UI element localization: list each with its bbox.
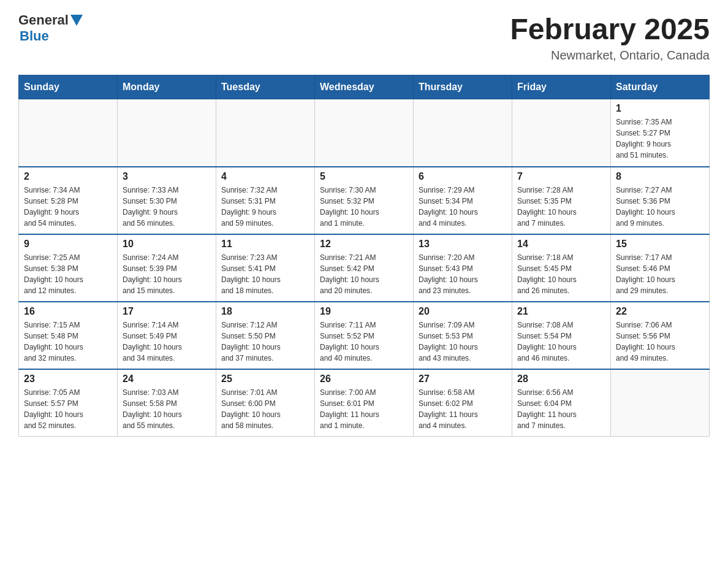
logo-blue-text: Blue	[20, 28, 49, 44]
day-number: 7	[517, 171, 605, 182]
day-info: Sunrise: 7:33 AM Sunset: 5:30 PM Dayligh…	[123, 185, 211, 229]
page-header: General Blue February 2025 Newmarket, On…	[18, 12, 710, 63]
day-number: 21	[517, 306, 605, 317]
day-info: Sunrise: 7:23 AM Sunset: 5:41 PM Dayligh…	[221, 252, 309, 296]
calendar-week-row: 2Sunrise: 7:34 AM Sunset: 5:28 PM Daylig…	[19, 167, 710, 234]
day-number: 23	[24, 373, 112, 385]
svg-marker-0	[70, 15, 83, 26]
day-number: 18	[221, 306, 309, 317]
calendar-cell: 18Sunrise: 7:12 AM Sunset: 5:50 PM Dayli…	[216, 302, 315, 369]
day-number: 6	[419, 171, 507, 182]
calendar-cell: 13Sunrise: 7:20 AM Sunset: 5:43 PM Dayli…	[414, 234, 512, 302]
day-info: Sunrise: 7:18 AM Sunset: 5:45 PM Dayligh…	[517, 252, 605, 296]
day-info: Sunrise: 7:15 AM Sunset: 5:48 PM Dayligh…	[24, 320, 112, 364]
calendar-cell: 27Sunrise: 6:58 AM Sunset: 6:02 PM Dayli…	[414, 369, 512, 437]
calendar-week-row: 1Sunrise: 7:35 AM Sunset: 5:27 PM Daylig…	[19, 99, 710, 167]
day-number: 9	[24, 239, 112, 250]
calendar-cell: 2Sunrise: 7:34 AM Sunset: 5:28 PM Daylig…	[19, 167, 118, 234]
day-number: 4	[221, 171, 309, 182]
day-info: Sunrise: 7:25 AM Sunset: 5:38 PM Dayligh…	[24, 252, 112, 296]
day-info: Sunrise: 6:58 AM Sunset: 6:02 PM Dayligh…	[419, 387, 507, 431]
day-number: 16	[24, 306, 112, 317]
calendar-day-header: Tuesday	[216, 75, 315, 99]
day-info: Sunrise: 7:14 AM Sunset: 5:49 PM Dayligh…	[123, 320, 211, 364]
calendar-week-row: 9Sunrise: 7:25 AM Sunset: 5:38 PM Daylig…	[19, 234, 710, 302]
day-info: Sunrise: 7:21 AM Sunset: 5:42 PM Dayligh…	[320, 252, 408, 296]
calendar-cell	[611, 369, 710, 437]
calendar-cell	[216, 99, 315, 167]
calendar-cell: 19Sunrise: 7:11 AM Sunset: 5:52 PM Dayli…	[315, 302, 414, 369]
calendar-day-header: Saturday	[611, 75, 710, 99]
calendar-day-header: Sunday	[19, 75, 118, 99]
calendar-cell: 8Sunrise: 7:27 AM Sunset: 5:36 PM Daylig…	[611, 167, 710, 234]
location-text: Newmarket, Ontario, Canada	[510, 48, 710, 63]
calendar-cell	[118, 99, 216, 167]
calendar-cell	[19, 99, 118, 167]
logo-arrow-icon	[70, 15, 83, 27]
day-info: Sunrise: 7:20 AM Sunset: 5:43 PM Dayligh…	[419, 252, 507, 296]
day-info: Sunrise: 7:27 AM Sunset: 5:36 PM Dayligh…	[616, 185, 704, 229]
logo: General Blue	[18, 12, 83, 44]
day-number: 17	[123, 306, 211, 317]
day-number: 19	[320, 306, 408, 317]
calendar-cell: 20Sunrise: 7:09 AM Sunset: 5:53 PM Dayli…	[414, 302, 512, 369]
day-info: Sunrise: 7:28 AM Sunset: 5:35 PM Dayligh…	[517, 185, 605, 229]
day-number: 15	[616, 239, 704, 250]
day-number: 8	[616, 171, 704, 182]
calendar-cell: 10Sunrise: 7:24 AM Sunset: 5:39 PM Dayli…	[118, 234, 216, 302]
calendar-cell: 25Sunrise: 7:01 AM Sunset: 6:00 PM Dayli…	[216, 369, 315, 437]
calendar-cell	[414, 99, 512, 167]
calendar-cell: 6Sunrise: 7:29 AM Sunset: 5:34 PM Daylig…	[414, 167, 512, 234]
day-number: 11	[221, 239, 309, 250]
calendar-cell: 4Sunrise: 7:32 AM Sunset: 5:31 PM Daylig…	[216, 167, 315, 234]
calendar-cell: 9Sunrise: 7:25 AM Sunset: 5:38 PM Daylig…	[19, 234, 118, 302]
day-number: 2	[24, 171, 112, 182]
day-number: 25	[221, 373, 309, 385]
day-number: 27	[419, 373, 507, 385]
logo-general-text: General	[18, 12, 69, 28]
day-info: Sunrise: 7:11 AM Sunset: 5:52 PM Dayligh…	[320, 320, 408, 364]
calendar-cell	[512, 99, 611, 167]
calendar-cell: 21Sunrise: 7:08 AM Sunset: 5:54 PM Dayli…	[512, 302, 611, 369]
month-title: February 2025	[510, 12, 710, 46]
calendar-day-header: Friday	[512, 75, 611, 99]
day-info: Sunrise: 6:56 AM Sunset: 6:04 PM Dayligh…	[517, 387, 605, 431]
calendar-cell: 23Sunrise: 7:05 AM Sunset: 5:57 PM Dayli…	[19, 369, 118, 437]
day-info: Sunrise: 7:06 AM Sunset: 5:56 PM Dayligh…	[616, 320, 704, 364]
day-number: 3	[123, 171, 211, 182]
day-number: 5	[320, 171, 408, 182]
day-number: 20	[419, 306, 507, 317]
day-number: 12	[320, 239, 408, 250]
calendar-week-row: 23Sunrise: 7:05 AM Sunset: 5:57 PM Dayli…	[19, 369, 710, 437]
calendar-day-header: Thursday	[414, 75, 512, 99]
day-info: Sunrise: 7:12 AM Sunset: 5:50 PM Dayligh…	[221, 320, 309, 364]
day-info: Sunrise: 7:30 AM Sunset: 5:32 PM Dayligh…	[320, 185, 408, 229]
calendar-day-header: Monday	[118, 75, 216, 99]
calendar-cell: 16Sunrise: 7:15 AM Sunset: 5:48 PM Dayli…	[19, 302, 118, 369]
day-info: Sunrise: 7:05 AM Sunset: 5:57 PM Dayligh…	[24, 387, 112, 431]
day-info: Sunrise: 7:09 AM Sunset: 5:53 PM Dayligh…	[419, 320, 507, 364]
calendar-cell: 3Sunrise: 7:33 AM Sunset: 5:30 PM Daylig…	[118, 167, 216, 234]
calendar-table: SundayMondayTuesdayWednesdayThursdayFrid…	[18, 75, 710, 437]
calendar-cell: 7Sunrise: 7:28 AM Sunset: 5:35 PM Daylig…	[512, 167, 611, 234]
title-section: February 2025 Newmarket, Ontario, Canada	[510, 12, 710, 63]
calendar-day-header: Wednesday	[315, 75, 414, 99]
day-info: Sunrise: 7:01 AM Sunset: 6:00 PM Dayligh…	[221, 387, 309, 431]
calendar-header-row: SundayMondayTuesdayWednesdayThursdayFrid…	[19, 75, 710, 99]
calendar-cell: 17Sunrise: 7:14 AM Sunset: 5:49 PM Dayli…	[118, 302, 216, 369]
day-info: Sunrise: 7:35 AM Sunset: 5:27 PM Dayligh…	[616, 117, 704, 161]
day-number: 28	[517, 373, 605, 385]
calendar-cell: 14Sunrise: 7:18 AM Sunset: 5:45 PM Dayli…	[512, 234, 611, 302]
day-info: Sunrise: 7:17 AM Sunset: 5:46 PM Dayligh…	[616, 252, 704, 296]
day-number: 14	[517, 239, 605, 250]
calendar-cell: 28Sunrise: 6:56 AM Sunset: 6:04 PM Dayli…	[512, 369, 611, 437]
calendar-cell: 12Sunrise: 7:21 AM Sunset: 5:42 PM Dayli…	[315, 234, 414, 302]
day-number: 26	[320, 373, 408, 385]
day-info: Sunrise: 7:34 AM Sunset: 5:28 PM Dayligh…	[24, 185, 112, 229]
day-number: 22	[616, 306, 704, 317]
calendar-cell: 15Sunrise: 7:17 AM Sunset: 5:46 PM Dayli…	[611, 234, 710, 302]
day-number: 24	[123, 373, 211, 385]
day-info: Sunrise: 7:03 AM Sunset: 5:58 PM Dayligh…	[123, 387, 211, 431]
day-number: 1	[616, 103, 704, 114]
day-info: Sunrise: 7:08 AM Sunset: 5:54 PM Dayligh…	[517, 320, 605, 364]
